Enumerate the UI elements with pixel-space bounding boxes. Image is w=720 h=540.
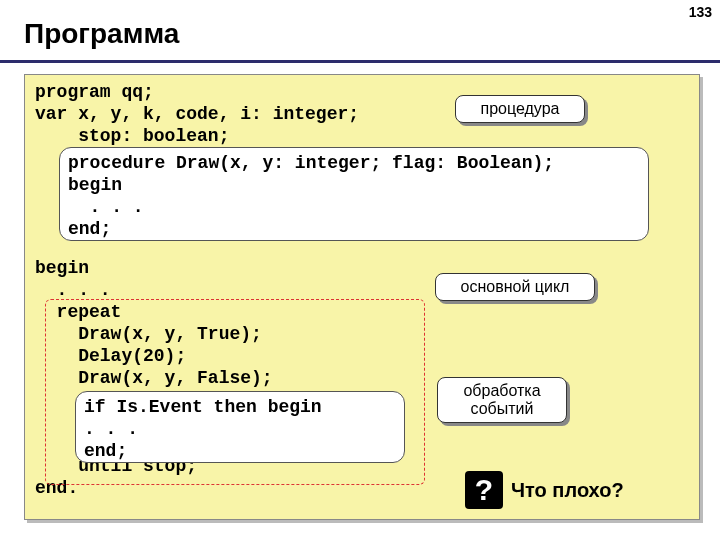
callout-procedure: процедура (455, 95, 585, 123)
slide-title: Программа (0, 0, 720, 63)
callout-main-loop: основной цикл (435, 273, 595, 301)
code-event: if Is.Event then begin . . . end; (84, 396, 394, 462)
question-icon: ? (465, 471, 503, 509)
code-panel: program qq; var x, y, k, code, i: intege… (24, 74, 700, 520)
question-text: Что плохо? (511, 479, 624, 502)
event-box: if Is.Event then begin . . . end; (75, 391, 405, 463)
callout-events: обработка событий (437, 377, 567, 423)
procedure-box: procedure Draw(x, y: integer; flag: Bool… (59, 147, 649, 241)
slide: 133 Программа program qq; var x, y, k, c… (0, 0, 720, 540)
code-procedure: procedure Draw(x, y: integer; flag: Bool… (68, 152, 638, 240)
page-number: 133 (689, 4, 712, 20)
